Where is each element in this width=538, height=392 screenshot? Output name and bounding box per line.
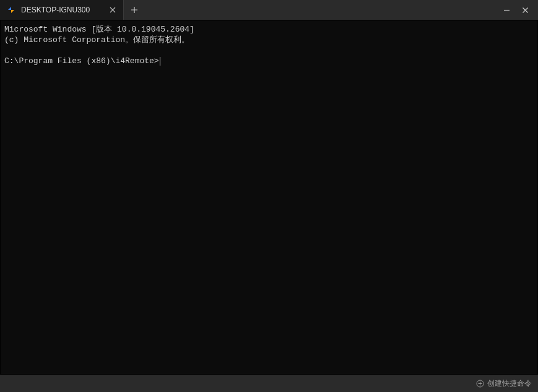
tab-close-button[interactable] <box>107 4 118 15</box>
close-button[interactable] <box>516 0 534 20</box>
plus-circle-icon <box>476 380 484 388</box>
terminal-prompt: C:\Program Files (x86)\i4Remote> <box>4 56 159 66</box>
create-shortcut-button[interactable]: 创建快捷命令 <box>476 378 532 389</box>
titlebar: DESKTOP-IGNU300 <box>0 0 538 20</box>
terminal-line: Microsoft Windows [版本 10.0.19045.2604] <box>4 25 194 34</box>
cursor-icon <box>160 57 160 66</box>
new-tab-button[interactable] <box>124 0 145 20</box>
statusbar: 创建快捷命令 <box>0 375 538 392</box>
tab-title: DESKTOP-IGNU300 <box>21 6 102 14</box>
tab-active[interactable]: DESKTOP-IGNU300 <box>0 0 124 20</box>
window-controls <box>497 0 538 20</box>
create-shortcut-label: 创建快捷命令 <box>487 378 532 389</box>
app-icon <box>6 5 16 15</box>
terminal-output[interactable]: Microsoft Windows [版本 10.0.19045.2604] (… <box>0 20 538 375</box>
minimize-button[interactable] <box>497 0 516 20</box>
terminal-line: (c) Microsoft Corporation。保留所有权利。 <box>4 35 189 45</box>
